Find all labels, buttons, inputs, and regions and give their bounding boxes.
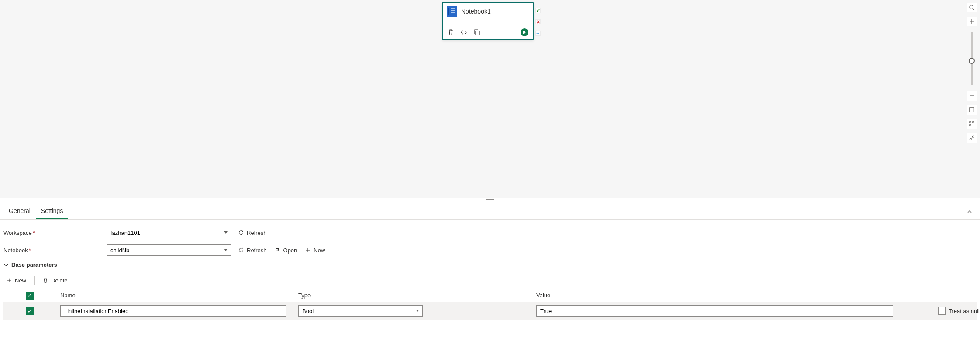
select-all-checkbox[interactable] <box>26 292 34 300</box>
notebook-select[interactable] <box>107 244 231 256</box>
delete-icon[interactable] <box>447 29 454 36</box>
copy-icon[interactable] <box>473 29 480 36</box>
run-button[interactable] <box>521 28 528 36</box>
code-icon[interactable] <box>460 29 467 36</box>
row-checkbox[interactable] <box>26 307 34 315</box>
notebook-activity-node[interactable]: Notebook1 <box>442 2 534 40</box>
status-fail-marker[interactable]: ✕ <box>535 19 541 24</box>
canvas-tool-rail <box>966 3 977 143</box>
svg-rect-3 <box>970 122 971 123</box>
toolbar-separator <box>34 276 35 285</box>
col-value: Value <box>536 292 912 299</box>
pipeline-canvas[interactable]: Notebook1 ✓ ✕ → <box>0 0 980 198</box>
detail-tabs: General Settings <box>0 201 980 220</box>
svg-rect-5 <box>970 125 971 126</box>
col-name: Name <box>60 292 298 299</box>
node-title: Notebook1 <box>461 8 491 15</box>
refresh-notebook-button[interactable]: Refresh <box>238 247 267 254</box>
search-icon[interactable] <box>967 3 977 12</box>
notebook-icon <box>447 6 457 17</box>
settings-form: Workspace* Refresh Notebook* Refresh <box>3 224 977 320</box>
collapse-panel-icon[interactable] <box>963 206 977 219</box>
svg-point-1 <box>970 5 973 9</box>
notebook-label: Notebook* <box>3 247 107 254</box>
status-skip-marker[interactable]: → <box>535 31 541 36</box>
workspace-label: Workspace* <box>3 230 107 236</box>
collapse-canvas-icon[interactable] <box>967 133 977 143</box>
zoom-out-icon[interactable] <box>967 91 977 101</box>
status-success-marker[interactable]: ✓ <box>535 8 541 13</box>
layout-icon[interactable] <box>967 119 977 129</box>
open-notebook-button[interactable]: Open <box>275 247 297 254</box>
param-name-input[interactable] <box>60 305 286 317</box>
col-type: Type <box>298 292 536 299</box>
treat-as-null-checkbox[interactable] <box>938 307 946 315</box>
svg-rect-2 <box>970 108 974 112</box>
fit-icon[interactable] <box>967 105 977 115</box>
new-notebook-button[interactable]: New <box>305 247 325 254</box>
tab-general[interactable]: General <box>3 203 36 219</box>
param-value-input[interactable] <box>536 305 893 317</box>
zoom-slider[interactable] <box>971 32 973 85</box>
tab-settings[interactable]: Settings <box>36 203 69 219</box>
svg-rect-4 <box>973 122 974 123</box>
parameter-row: Treat as null <box>3 302 977 320</box>
new-parameter-button[interactable]: New <box>6 277 26 284</box>
delete-parameter-button[interactable]: Delete <box>42 277 68 284</box>
refresh-workspace-button[interactable]: Refresh <box>238 230 267 236</box>
parameter-grid-header: Name Type Value <box>3 289 977 302</box>
workspace-select[interactable] <box>107 227 231 238</box>
param-type-select[interactable] <box>298 305 423 317</box>
zoom-in-icon[interactable] <box>967 17 977 26</box>
base-parameters-header[interactable]: Base parameters <box>3 261 977 268</box>
svg-rect-0 <box>476 31 479 35</box>
pane-resize-grip[interactable] <box>0 198 980 200</box>
treat-as-null-label: Treat as null <box>949 308 980 314</box>
